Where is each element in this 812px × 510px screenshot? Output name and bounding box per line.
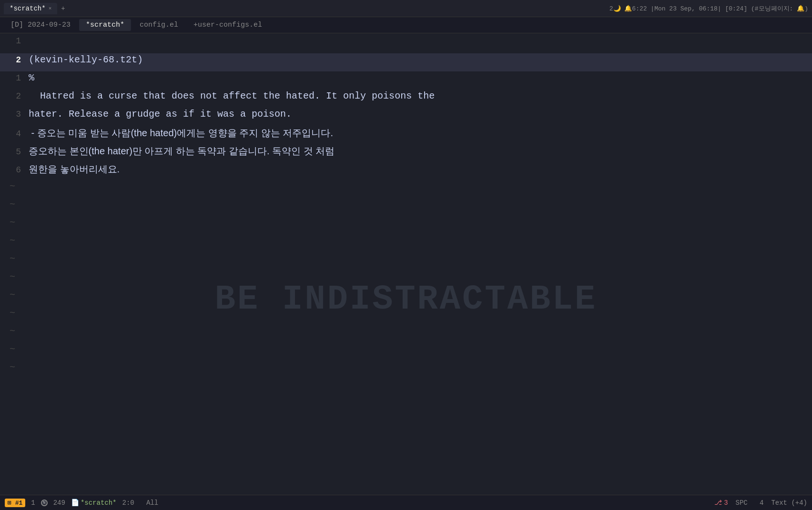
editor-line-2: 2 (kevin-kelly-68.t2t) [0, 53, 812, 71]
status-spc: SPC 4 [736, 499, 764, 507]
line-number-inner-6: 6 [0, 165, 29, 175]
status-window-number: #1 [15, 500, 23, 507]
line-number-inner-3: 3 [0, 110, 29, 119]
line-number-1: 1 [0, 36, 29, 46]
title-bar-right: 2🌙 🔔6:22 |Mon 23 Sep, 06:18| [0:24] (#모닝… [609, 4, 808, 13]
status-number: 1 [31, 499, 35, 507]
editor-line-inner-1: 1 % [0, 71, 812, 90]
editor-line-inner-5: 5 증오하는 본인(the hater)만 아프게 하는 독약과 같습니다. 독… [0, 144, 812, 162]
editor-line-inner-4: 4 - 증오는 미움 받는 사람(the hated)에게는 영향을 주지 않는… [0, 126, 812, 144]
status-count: 249 [53, 499, 65, 507]
line-content-inner-6: 원한을 놓아버리세요. [29, 163, 812, 176]
tilde-line-5: ~ [0, 252, 812, 270]
title-tab-label: *scratch* [10, 5, 46, 12]
editor-line-inner-3: 3 hater. Release a grudge as if it was a… [0, 108, 812, 126]
tilde-line-3: ~ [0, 216, 812, 234]
line-number-inner-1: 1 [0, 73, 29, 83]
line-number-2: 2 [0, 55, 29, 65]
tilde-line-11: ~ [0, 361, 812, 379]
status-position: 2:0 All [122, 499, 159, 507]
title-tab-new[interactable]: + [57, 3, 69, 14]
line-content-inner-1: % [29, 72, 812, 83]
status-buffer-name: 📄 *scratch* [71, 499, 117, 507]
status-window-icon: ⊞ #1 [5, 499, 25, 507]
status-bullet-n: N [41, 500, 48, 506]
tilde-line-2: ~ [0, 198, 812, 216]
tilde-line-6: ~ [0, 270, 812, 289]
title-bar: *scratch* × + 2🌙 🔔6:22 |Mon 23 Sep, 06:1… [0, 0, 812, 17]
tilde-line-10: ~ [0, 343, 812, 361]
status-bar: ⊞ #1 1 N 249 📄 *scratch* 2:0 All ⎇ 3 SPC… [0, 495, 812, 510]
tilde-line-9: ~ [0, 325, 812, 343]
tilde-line-7: ~ [0, 289, 812, 307]
editor-area[interactable]: 1 2 (kevin-kelly-68.t2t) 1 % 2 Hatred is… [0, 33, 812, 495]
status-buffer-label: *scratch* [81, 499, 117, 507]
status-left: ⊞ #1 1 N 249 📄 *scratch* 2:0 All [5, 499, 158, 507]
buffer-tab-config[interactable]: config.el [133, 19, 185, 31]
line-number-inner-2: 2 [0, 91, 29, 101]
tilde-line-8: ~ [0, 307, 812, 325]
status-file-icon: 📄 [71, 499, 79, 507]
status-mode: Text (+4) [771, 499, 807, 507]
title-tab-close[interactable]: × [49, 6, 52, 11]
line-content-inner-2: Hatred is a curse that does not affect t… [29, 90, 812, 101]
line-content-inner-3: hater. Release a grudge as if it was a p… [29, 109, 812, 120]
git-count: 3 [724, 499, 728, 507]
line-number-inner-4: 4 [0, 129, 29, 139]
buffer-tab-scratch[interactable]: *scratch* [79, 19, 131, 31]
title-tab-active[interactable]: *scratch* × [4, 3, 57, 14]
editor-line-1: 1 [0, 35, 812, 53]
editor-line-inner-2: 2 Hatred is a curse that does not affect… [0, 90, 812, 108]
status-git: ⎇ 3 [714, 499, 728, 507]
title-bar-status: 2🌙 🔔6:22 |Mon 23 Sep, 06:18| [0:24] (#모닝… [609, 4, 808, 13]
buffer-tab-date[interactable]: [D] 2024-09-23 [4, 19, 77, 31]
line-number-inner-5: 5 [0, 147, 29, 157]
line-content-inner-5: 증오하는 본인(the hater)만 아프게 하는 독약과 같습니다. 독약인… [29, 145, 812, 158]
buffer-tab-bar: [D] 2024-09-23 *scratch* config.el +user… [0, 17, 812, 33]
line-content-2: (kevin-kelly-68.t2t) [29, 54, 812, 65]
status-window-icon-symbol: ⊞ [8, 500, 11, 507]
git-icon: ⎇ [714, 499, 722, 507]
editor-content: 1 2 (kevin-kelly-68.t2t) 1 % 2 Hatred is… [0, 33, 812, 495]
line-content-inner-4: - 증오는 미움 받는 사람(the hated)에게는 영향을 주지 않는 저… [29, 127, 812, 140]
tilde-line-1: ~ [0, 180, 812, 198]
buffer-tab-user-configs[interactable]: +user-configs.el [187, 19, 269, 31]
editor-line-inner-6: 6 원한을 놓아버리세요. [0, 162, 812, 180]
title-tab-group: *scratch* × + [4, 3, 609, 14]
tilde-line-4: ~ [0, 234, 812, 252]
status-right: ⎇ 3 SPC 4 Text (+4) [714, 499, 807, 507]
